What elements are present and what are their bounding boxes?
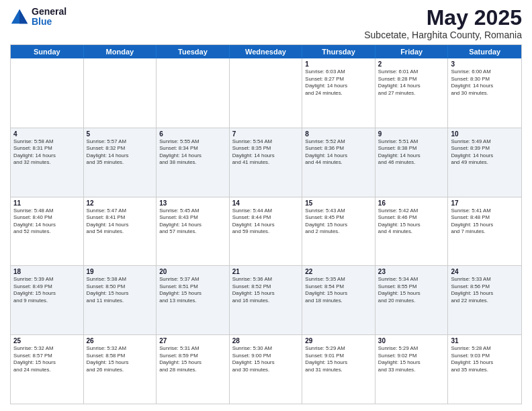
logo-icon (10, 7, 29, 26)
calendar-cell-day-5: 5Sunrise: 5:57 AM Sunset: 8:32 PM Daylig… (84, 128, 157, 197)
weekday-header-thursday: Thursday (302, 45, 375, 58)
logo: General Blue (10, 7, 66, 28)
calendar-cell-day-23: 23Sunrise: 5:34 AM Sunset: 8:55 PM Dayli… (375, 266, 449, 334)
page: General Blue May 2025 Subcetate, Harghit… (0, 0, 532, 411)
day-info: Sunrise: 6:01 AM Sunset: 8:28 PM Dayligh… (378, 68, 445, 97)
calendar: SundayMondayTuesdayWednesdayThursdayFrid… (10, 44, 522, 404)
day-info: Sunrise: 5:48 AM Sunset: 8:40 PM Dayligh… (13, 208, 81, 236)
day-info: Sunrise: 5:45 AM Sunset: 8:43 PM Dayligh… (159, 208, 226, 236)
day-info: Sunrise: 6:00 AM Sunset: 8:30 PM Dayligh… (451, 68, 519, 97)
day-info: Sunrise: 5:35 AM Sunset: 8:54 PM Dayligh… (305, 276, 372, 304)
weekday-header-wednesday: Wednesday (230, 45, 303, 58)
day-info: Sunrise: 6:03 AM Sunset: 8:27 PM Dayligh… (305, 68, 372, 97)
day-number: 22 (305, 268, 372, 275)
calendar-cell-empty (230, 58, 303, 128)
day-number: 30 (378, 337, 445, 345)
day-info: Sunrise: 5:49 AM Sunset: 8:39 PM Dayligh… (451, 138, 519, 167)
day-info: Sunrise: 5:31 AM Sunset: 8:59 PM Dayligh… (159, 345, 226, 373)
day-number: 12 (87, 199, 154, 207)
calendar-cell-day-20: 20Sunrise: 5:37 AM Sunset: 8:51 PM Dayli… (157, 266, 230, 334)
logo-general-text: General (32, 7, 66, 17)
calendar-cell-day-29: 29Sunrise: 5:29 AM Sunset: 9:01 PM Dayli… (302, 335, 375, 404)
day-info: Sunrise: 5:30 AM Sunset: 9:00 PM Dayligh… (232, 345, 300, 373)
day-info: Sunrise: 5:37 AM Sunset: 8:51 PM Dayligh… (159, 276, 226, 304)
day-number: 3 (451, 60, 519, 68)
calendar-cell-empty (157, 58, 230, 128)
calendar-cell-empty (84, 58, 157, 128)
day-info: Sunrise: 5:32 AM Sunset: 8:57 PM Dayligh… (13, 345, 81, 373)
calendar-cell-day-14: 14Sunrise: 5:44 AM Sunset: 8:44 PM Dayli… (230, 197, 303, 266)
day-number: 4 (13, 130, 81, 138)
calendar-cell-day-8: 8Sunrise: 5:52 AM Sunset: 8:36 PM Daylig… (302, 128, 375, 197)
day-info: Sunrise: 5:57 AM Sunset: 8:32 PM Dayligh… (87, 138, 154, 167)
day-number: 5 (87, 130, 154, 138)
day-info: Sunrise: 5:44 AM Sunset: 8:44 PM Dayligh… (232, 208, 300, 236)
weekday-header-tuesday: Tuesday (157, 45, 230, 58)
day-number: 11 (13, 199, 81, 207)
day-number: 18 (13, 268, 81, 275)
day-number: 13 (159, 199, 226, 207)
calendar-header: SundayMondayTuesdayWednesdayThursdayFrid… (11, 45, 521, 58)
day-number: 16 (378, 199, 445, 207)
weekday-header-saturday: Saturday (448, 45, 521, 58)
calendar-cell-day-17: 17Sunrise: 5:41 AM Sunset: 8:48 PM Dayli… (448, 197, 521, 266)
day-number: 24 (451, 268, 519, 275)
calendar-cell-day-25: 25Sunrise: 5:32 AM Sunset: 8:57 PM Dayli… (11, 335, 84, 404)
calendar-row-2: 11Sunrise: 5:48 AM Sunset: 8:40 PM Dayli… (11, 197, 521, 266)
day-info: Sunrise: 5:29 AM Sunset: 9:01 PM Dayligh… (305, 345, 372, 373)
calendar-body: 1Sunrise: 6:03 AM Sunset: 8:27 PM Daylig… (11, 58, 521, 404)
day-info: Sunrise: 5:55 AM Sunset: 8:34 PM Dayligh… (159, 138, 226, 167)
day-number: 20 (159, 268, 226, 275)
calendar-cell-day-24: 24Sunrise: 5:33 AM Sunset: 8:56 PM Dayli… (448, 266, 521, 334)
calendar-cell-day-3: 3Sunrise: 6:00 AM Sunset: 8:30 PM Daylig… (448, 58, 521, 128)
day-number: 19 (87, 268, 154, 275)
calendar-row-3: 18Sunrise: 5:39 AM Sunset: 8:49 PM Dayli… (11, 265, 521, 334)
calendar-cell-day-12: 12Sunrise: 5:47 AM Sunset: 8:41 PM Dayli… (84, 197, 157, 266)
day-number: 6 (159, 130, 226, 138)
calendar-cell-day-9: 9Sunrise: 5:51 AM Sunset: 8:38 PM Daylig… (375, 128, 449, 197)
calendar-cell-day-11: 11Sunrise: 5:48 AM Sunset: 8:40 PM Dayli… (11, 197, 84, 266)
calendar-cell-day-18: 18Sunrise: 5:39 AM Sunset: 8:49 PM Dayli… (11, 266, 84, 334)
day-info: Sunrise: 5:39 AM Sunset: 8:49 PM Dayligh… (13, 276, 81, 304)
weekday-header-sunday: Sunday (11, 45, 84, 58)
day-number: 9 (378, 130, 445, 138)
day-info: Sunrise: 5:42 AM Sunset: 8:46 PM Dayligh… (378, 208, 445, 236)
day-info: Sunrise: 5:38 AM Sunset: 8:50 PM Dayligh… (87, 276, 154, 304)
calendar-cell-day-4: 4Sunrise: 5:58 AM Sunset: 8:31 PM Daylig… (11, 128, 84, 197)
calendar-row-1: 4Sunrise: 5:58 AM Sunset: 8:31 PM Daylig… (11, 128, 521, 197)
day-info: Sunrise: 5:43 AM Sunset: 8:45 PM Dayligh… (305, 208, 372, 236)
day-info: Sunrise: 5:36 AM Sunset: 8:52 PM Dayligh… (232, 276, 300, 304)
day-info: Sunrise: 5:29 AM Sunset: 9:02 PM Dayligh… (378, 345, 445, 373)
day-number: 31 (451, 337, 519, 345)
calendar-row-0: 1Sunrise: 6:03 AM Sunset: 8:27 PM Daylig… (11, 58, 521, 128)
calendar-cell-day-6: 6Sunrise: 5:55 AM Sunset: 8:34 PM Daylig… (157, 128, 230, 197)
calendar-cell-day-26: 26Sunrise: 5:32 AM Sunset: 8:58 PM Dayli… (84, 335, 157, 404)
calendar-cell-day-30: 30Sunrise: 5:29 AM Sunset: 9:02 PM Dayli… (375, 335, 449, 404)
calendar-cell-day-2: 2Sunrise: 6:01 AM Sunset: 8:28 PM Daylig… (375, 58, 449, 128)
day-number: 17 (451, 199, 519, 207)
day-number: 15 (305, 199, 372, 207)
month-year: May 2025 (364, 7, 522, 28)
svg-marker-1 (19, 9, 28, 24)
day-number: 10 (451, 130, 519, 138)
day-info: Sunrise: 5:28 AM Sunset: 9:03 PM Dayligh… (451, 345, 519, 373)
calendar-cell-day-15: 15Sunrise: 5:43 AM Sunset: 8:45 PM Dayli… (302, 197, 375, 266)
day-number: 28 (232, 337, 300, 345)
calendar-cell-day-21: 21Sunrise: 5:36 AM Sunset: 8:52 PM Dayli… (230, 266, 303, 334)
calendar-cell-day-28: 28Sunrise: 5:30 AM Sunset: 9:00 PM Dayli… (230, 335, 303, 404)
day-info: Sunrise: 5:47 AM Sunset: 8:41 PM Dayligh… (87, 208, 154, 236)
day-number: 1 (305, 60, 372, 68)
weekday-header-friday: Friday (375, 45, 449, 58)
day-info: Sunrise: 5:33 AM Sunset: 8:56 PM Dayligh… (451, 276, 519, 304)
day-info: Sunrise: 5:54 AM Sunset: 8:35 PM Dayligh… (232, 138, 300, 167)
day-info: Sunrise: 5:52 AM Sunset: 8:36 PM Dayligh… (305, 138, 372, 167)
day-number: 21 (232, 268, 300, 275)
calendar-cell-day-31: 31Sunrise: 5:28 AM Sunset: 9:03 PM Dayli… (448, 335, 521, 404)
calendar-cell-day-16: 16Sunrise: 5:42 AM Sunset: 8:46 PM Dayli… (375, 197, 449, 266)
day-info: Sunrise: 5:34 AM Sunset: 8:55 PM Dayligh… (378, 276, 445, 304)
day-number: 8 (305, 130, 372, 138)
subtitle: Subcetate, Harghita County, Romania (364, 30, 522, 40)
day-number: 7 (232, 130, 300, 138)
day-number: 29 (305, 337, 372, 345)
header: General Blue May 2025 Subcetate, Harghit… (10, 7, 522, 40)
